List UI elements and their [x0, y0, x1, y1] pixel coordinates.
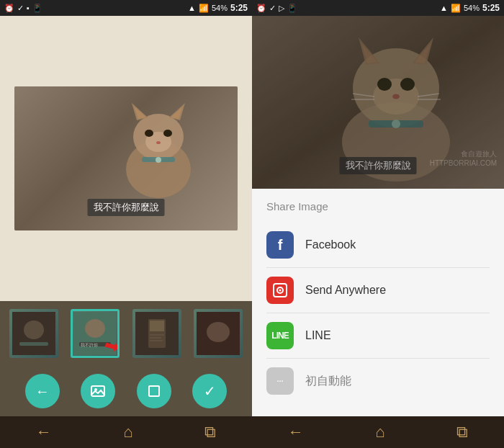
- left-status-icons: ⏰ ✓ ▪ 📱: [4, 4, 42, 13]
- share-sheet: Share Image f Facebook Send Anywhere LIN…: [252, 189, 504, 416]
- nav-recents-icon[interactable]: ⧉: [204, 423, 216, 442]
- svg-text:我不許你: 我不許你: [81, 343, 98, 347]
- check-icon-right: ✓: [269, 4, 276, 13]
- left-panel: ⏰ ✓ ▪ 📱 ▲ 📶 54% 5:25: [0, 0, 252, 448]
- more-label: 初自動能: [305, 374, 351, 389]
- svg-point-26: [207, 322, 230, 342]
- line-icon: LINE: [266, 322, 294, 349]
- line-label: LINE: [305, 329, 331, 342]
- thumbnail-strip: 我不許你 ➡: [0, 301, 252, 366]
- image-button[interactable]: [81, 374, 115, 408]
- cat-illustration: [104, 90, 212, 205]
- svg-rect-27: [91, 386, 104, 396]
- thumbnail-2[interactable]: 我不許你 ➡: [71, 309, 120, 358]
- svg-rect-29: [149, 386, 159, 396]
- left-content-area: 我不許你那麼說: [0, 16, 252, 301]
- time-display-right: 5:25: [482, 3, 500, 13]
- thumb-2-img: 我不許你: [73, 311, 117, 356]
- alarm-icon-right: ⏰: [256, 4, 266, 13]
- alarm-icon: ⏰: [4, 4, 14, 13]
- right-panel: ⏰ ✓ ▷ 📱 ▲ 📶 54% 5:25: [252, 0, 504, 448]
- svg-rect-21: [150, 321, 164, 331]
- right-status-left-icons: ⏰ ✓ ▷ 📱: [256, 4, 297, 13]
- right-nav-recents-icon[interactable]: ⧉: [456, 423, 468, 442]
- check-icon: ✓: [17, 4, 24, 13]
- phone-icon-right: 📱: [287, 4, 297, 13]
- svg-rect-14: [19, 342, 48, 346]
- right-cat-image: 我不許你那麼說 食自遊旅人HTTPBORRIAI.COM: [252, 16, 504, 189]
- right-nav-bar: ← ⌂ ⧉: [252, 416, 504, 448]
- right-nav-home-icon[interactable]: ⌂: [375, 423, 384, 442]
- svg-point-7: [145, 130, 153, 137]
- share-item-send-anywhere[interactable]: Send Anywhere: [266, 268, 490, 313]
- left-nav-bar: ← ⌂ ⧉: [0, 416, 252, 448]
- battery-label-right: 54%: [464, 4, 480, 12]
- phone-icon: 📱: [32, 4, 42, 13]
- svg-point-11: [156, 157, 161, 163]
- action-buttons-bar: ← ✓: [0, 366, 252, 416]
- svg-point-16: [85, 319, 105, 338]
- send-anywhere-icon: [266, 277, 294, 304]
- share-item-line[interactable]: LINE LINE: [266, 313, 490, 359]
- cat-text-overlay: 我不許你那麼說: [88, 199, 165, 216]
- signal-icon-right: 📶: [451, 4, 461, 13]
- time-display: 5:25: [230, 3, 248, 13]
- battery-label: 54%: [212, 4, 228, 12]
- svg-point-50: [279, 290, 282, 292]
- svg-point-9: [156, 141, 161, 144]
- facebook-label: Facebook: [305, 238, 356, 251]
- right-status-icons: ▲ 📶 54% 5:25: [188, 3, 248, 13]
- wifi-icon: ▲: [188, 4, 196, 12]
- thumbnail-1[interactable]: [9, 309, 58, 358]
- battery-small-icon: ▪: [27, 4, 30, 12]
- back-button[interactable]: ←: [25, 374, 60, 408]
- send-anywhere-label: Send Anywhere: [305, 284, 386, 297]
- nav-home-icon[interactable]: ⌂: [123, 423, 132, 442]
- cat-image-container: 我不許你那麼說: [14, 86, 238, 230]
- share-title: Share Image: [266, 200, 490, 212]
- dim-overlay: [252, 16, 504, 189]
- video-icon-right: ▷: [279, 4, 284, 13]
- thumb-3-img: [132, 309, 181, 358]
- right-nav-back-icon[interactable]: ←: [288, 423, 304, 442]
- wifi-icon-right: ▲: [440, 4, 448, 12]
- nav-back-icon[interactable]: ←: [36, 423, 52, 442]
- crop-button[interactable]: [137, 374, 171, 408]
- right-status-bar: ⏰ ✓ ▷ 📱 ▲ 📶 54% 5:25: [252, 0, 504, 16]
- svg-point-8: [163, 130, 172, 137]
- share-item-more[interactable]: ··· 初自動能: [266, 359, 490, 403]
- thumb-1-img: [9, 309, 58, 358]
- share-item-facebook[interactable]: f Facebook: [266, 223, 490, 268]
- thumbnail-4[interactable]: [194, 309, 243, 358]
- svg-point-13: [24, 321, 44, 339]
- left-status-bar: ⏰ ✓ ▪ 📱 ▲ 📶 54% 5:25: [0, 0, 252, 16]
- right-status-right-icons: ▲ 📶 54% 5:25: [440, 3, 500, 13]
- signal-icon: 📶: [199, 4, 209, 13]
- confirm-button[interactable]: ✓: [192, 374, 227, 408]
- thumbnail-3[interactable]: [132, 309, 181, 358]
- thumb-4-img: [194, 309, 243, 358]
- facebook-icon: f: [266, 231, 294, 259]
- more-icon: ···: [266, 367, 294, 395]
